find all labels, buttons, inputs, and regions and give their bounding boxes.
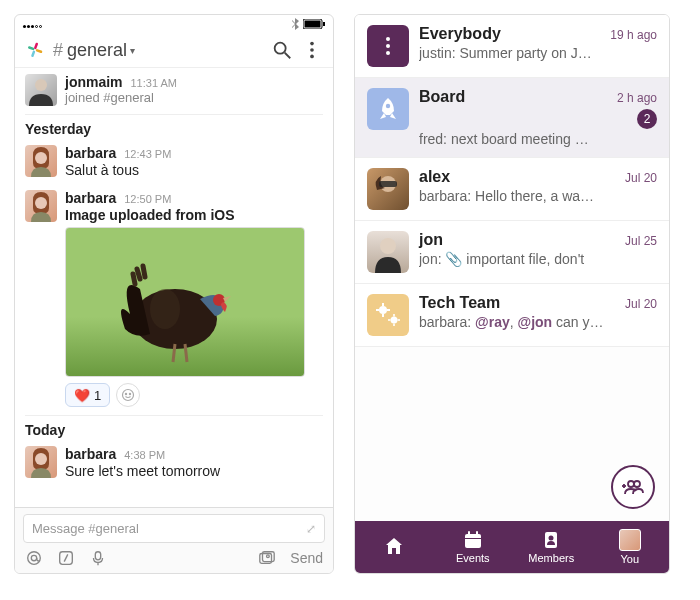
add-reaction-button[interactable] xyxy=(116,383,140,407)
message-composer: Message #general ⤢ Send xyxy=(15,507,333,573)
svg-point-13 xyxy=(35,152,47,164)
gears-icon xyxy=(367,294,409,336)
tab-events[interactable]: Events xyxy=(434,521,513,573)
search-icon[interactable] xyxy=(271,39,293,61)
svg-point-33 xyxy=(380,238,396,254)
slack-phone: #general ▾ jonmaim 11:31 AM joined #gene… xyxy=(14,14,334,574)
svg-point-34 xyxy=(379,306,387,314)
message-row[interactable]: barbara 12:50 PM Image uploaded from iOS xyxy=(25,184,323,413)
avatar xyxy=(367,168,409,210)
row-preview: jon: 📎 important file, don't xyxy=(419,251,657,267)
row-time: Jul 25 xyxy=(625,234,657,248)
tab-bar: Events Members You xyxy=(355,521,669,573)
message-list[interactable]: jonmaim 11:31 AM joined #general Yesterd… xyxy=(15,68,333,507)
channel-title[interactable]: #general ▾ xyxy=(53,40,263,61)
row-time: 2 h ago xyxy=(617,91,657,105)
conversation-row-techteam[interactable]: Tech Team Jul 20 barbara: @ray, @jon can… xyxy=(355,284,669,347)
chevron-down-icon: ▾ xyxy=(130,45,135,56)
tab-members[interactable]: Members xyxy=(512,521,591,573)
avatar xyxy=(619,529,641,551)
message-row[interactable]: barbara 4:38 PM Sure let's meet tomorrow xyxy=(25,440,323,485)
svg-rect-1 xyxy=(305,21,321,28)
svg-point-14 xyxy=(35,197,47,209)
row-time: Jul 20 xyxy=(625,297,657,311)
reaction-heart[interactable]: ❤️ 1 xyxy=(65,383,110,407)
more-icon[interactable] xyxy=(301,39,323,61)
message-author: jonmaim xyxy=(65,74,123,90)
avatar[interactable] xyxy=(25,74,57,106)
composer-placeholder: Message #general xyxy=(32,521,139,536)
row-preview: fred: next board meeting … xyxy=(419,131,657,147)
svg-point-12 xyxy=(35,79,47,91)
svg-point-9 xyxy=(310,42,314,46)
conversation-row-everybody[interactable]: Everybody 19 h ago justin: Summer party … xyxy=(355,15,669,78)
row-time: 19 h ago xyxy=(610,28,657,42)
smiley-plus-icon xyxy=(121,388,135,402)
conversation-row-board[interactable]: Board 2 h ago 2 fred: next board meeting… xyxy=(355,78,669,158)
message-text: Salut à tous xyxy=(65,162,323,178)
message-row[interactable]: jonmaim 11:31 AM joined #general xyxy=(25,68,323,112)
row-preview: justin: Summer party on J… xyxy=(419,45,657,61)
add-people-icon xyxy=(621,475,645,499)
message-system-text: joined #general xyxy=(65,90,323,105)
send-button[interactable]: Send xyxy=(290,550,323,566)
conversation-row-alex[interactable]: alex Jul 20 barbara: Hello there, a wa… xyxy=(355,158,669,221)
svg-point-53 xyxy=(549,536,554,541)
svg-rect-43 xyxy=(398,319,401,321)
svg-rect-37 xyxy=(376,309,379,311)
mention-icon[interactable] xyxy=(25,549,43,567)
channel-name: general xyxy=(67,40,127,61)
message-text: Sure let's meet tomorrow xyxy=(65,463,323,479)
composer-input[interactable]: Message #general ⤢ xyxy=(23,514,325,543)
svg-rect-2 xyxy=(323,22,325,26)
status-bar xyxy=(15,15,333,33)
home-icon xyxy=(384,536,404,556)
svg-rect-51 xyxy=(465,538,481,539)
photo-icon[interactable] xyxy=(258,549,276,567)
rocket-icon xyxy=(367,88,409,130)
new-group-button[interactable] xyxy=(611,465,655,509)
svg-point-7 xyxy=(275,43,286,54)
message-author: barbara xyxy=(65,190,116,206)
avatar[interactable] xyxy=(25,145,57,177)
svg-point-20 xyxy=(130,393,131,394)
conversation-row-jon[interactable]: jon Jul 25 jon: 📎 important file, don't xyxy=(355,221,669,284)
slash-command-icon[interactable] xyxy=(57,549,75,567)
svg-line-25 xyxy=(64,554,68,561)
message-time: 12:43 PM xyxy=(124,148,171,160)
image-attachment[interactable] xyxy=(65,227,305,377)
svg-point-19 xyxy=(126,393,127,394)
svg-point-17 xyxy=(150,289,180,329)
avatar[interactable] xyxy=(25,446,57,478)
svg-rect-35 xyxy=(382,303,384,306)
paperclip-icon: 📎 xyxy=(445,251,462,267)
heart-icon: ❤️ xyxy=(74,388,90,403)
svg-rect-42 xyxy=(388,319,391,321)
row-preview: barbara: @ray, @jon can y… xyxy=(419,314,657,330)
message-time: 4:38 PM xyxy=(124,449,165,461)
mention: @ray xyxy=(475,314,510,330)
svg-point-30 xyxy=(386,104,390,108)
date-separator: Yesterday xyxy=(25,114,323,139)
svg-point-44 xyxy=(628,481,634,487)
svg-rect-32 xyxy=(379,181,397,187)
slack-logo-icon xyxy=(25,40,45,60)
microphone-icon[interactable] xyxy=(89,549,107,567)
tab-you[interactable]: You xyxy=(591,521,670,573)
signal-dots xyxy=(23,20,42,28)
row-time: Jul 20 xyxy=(625,171,657,185)
row-name: jon xyxy=(419,231,443,249)
svg-point-10 xyxy=(310,48,314,52)
tab-home[interactable] xyxy=(355,521,434,573)
calendar-icon xyxy=(463,530,483,550)
row-name: Tech Team xyxy=(419,294,500,312)
avatar[interactable] xyxy=(25,190,57,222)
svg-rect-49 xyxy=(468,531,470,536)
conversation-list[interactable]: Everybody 19 h ago justin: Summer party … xyxy=(355,15,669,521)
message-row[interactable]: barbara 12:43 PM Salut à tous xyxy=(25,139,323,184)
message-author: barbara xyxy=(65,145,116,161)
turkey-image xyxy=(105,244,265,374)
expand-icon[interactable]: ⤢ xyxy=(306,522,316,536)
channel-header: #general ▾ xyxy=(15,33,333,68)
svg-point-29 xyxy=(267,555,270,558)
